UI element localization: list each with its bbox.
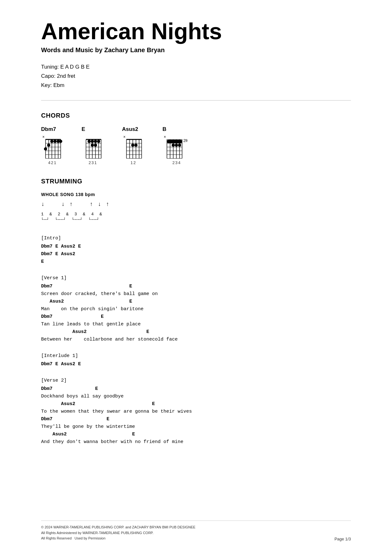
v1-lyrics-2: Man on the porch singin' baritone: [41, 305, 351, 313]
footer-copyright: © 2024 WARNER-TAMERLANE PUBLISHING CORP.…: [41, 525, 195, 541]
v2-chords-3: Dbm7 E: [41, 416, 351, 423]
footer: © 2024 WARNER-TAMERLANE PUBLISHING CORP.…: [41, 520, 351, 541]
chord-dbm7-name: Dbm7: [41, 126, 56, 132]
v2-chords-2: Asus2 E: [41, 400, 351, 408]
svg-point-51: [134, 144, 138, 147]
svg-point-32: [91, 140, 94, 143]
interlude1-block: [Interlude 1] Dbm7 E Asus2 E: [41, 352, 351, 368]
svg-point-34: [97, 140, 100, 143]
v1-chords-4: Asus2 E: [41, 328, 351, 336]
verse1-tag: [Verse 1]: [41, 274, 351, 282]
chord-b: B × 2fr 234: [162, 126, 191, 165]
page-title: American Nights: [41, 19, 351, 44]
svg-point-69: [178, 144, 181, 147]
chord-asus2: Asus2 × 12: [122, 126, 145, 165]
v1-chords-2: Asus2 E: [41, 298, 351, 305]
svg-point-14: [53, 140, 57, 143]
strum-arrows: ↓ ↓ ↑ ↑ ↓ ↑: [41, 200, 351, 209]
v2-lyrics-4: And they don't wanna bother with no frie…: [41, 438, 351, 446]
whole-song-label: WHOLE SONG 138 bpm: [41, 192, 351, 197]
chord-b-fingers: 234: [172, 160, 181, 165]
interlude1-chords: Dbm7 E Asus2 E: [41, 360, 351, 368]
verse2-block: [Verse 2] Dbm7 E Dockhand boys all say g…: [41, 377, 351, 446]
svg-point-33: [94, 140, 97, 143]
svg-text:×: ×: [123, 135, 126, 139]
svg-point-16: [59, 140, 62, 143]
strum-beats: 1 & 2 & 3 & 4 &: [41, 211, 351, 218]
chord-b-name: B: [162, 126, 166, 132]
chord-asus2-diagram: ×: [122, 134, 145, 160]
meta-info: Tuning: E A D G B E Capo: 2nd fret Key: …: [41, 63, 351, 90]
v2-chords-4: Asus2 E: [41, 431, 351, 438]
v1-chords-1: Dbm7 E: [41, 283, 351, 290]
chord-dbm7-diagram: ×: [41, 134, 64, 160]
svg-point-36: [94, 144, 97, 147]
intro-tag: [Intro]: [41, 235, 351, 242]
v1-lyrics-3: Tan line leads to that gentle place: [41, 321, 351, 328]
chord-e-name: E: [82, 126, 85, 132]
chord-dbm7: Dbm7 ×: [41, 126, 64, 165]
strum-brackets: └─┘ └──┘ └──┘ └──┘: [41, 217, 351, 222]
tuning: Tuning: E A D G B E: [41, 63, 351, 72]
v2-lyrics-2: To the women that they swear are gonna b…: [41, 408, 351, 416]
chord-e-diagram: [82, 134, 104, 160]
svg-text:×: ×: [42, 135, 45, 139]
svg-point-13: [50, 140, 53, 143]
svg-text:2fr: 2fr: [183, 138, 188, 143]
svg-point-35: [91, 144, 94, 147]
chord-e-fingers: 231: [89, 160, 97, 165]
svg-point-17: [47, 144, 50, 147]
bpm-label: 138 bpm: [76, 192, 95, 197]
intro-chords-3: E: [41, 258, 351, 266]
key: Key: Ebm: [41, 81, 351, 90]
svg-point-67: [172, 144, 175, 147]
subtitle: Words and Music by Zachary Lane Bryan: [41, 46, 351, 54]
intro-block: [Intro] Dbm7 E Asus2 E Dbm7 E Asus2 E: [41, 235, 351, 266]
v1-lyrics-1: Screen door cracked, there's ball game o…: [41, 290, 351, 298]
v1-chords-3: Dbm7 E: [41, 313, 351, 321]
chord-e: E 231: [82, 126, 104, 165]
svg-point-18: [44, 147, 47, 151]
svg-point-68: [175, 144, 178, 147]
chord-asus2-name: Asus2: [122, 126, 138, 132]
verse2-tag: [Verse 2]: [41, 377, 351, 385]
svg-text:×: ×: [164, 135, 166, 139]
v2-chords-1: Dbm7 E: [41, 385, 351, 393]
divider: [41, 100, 351, 101]
strumming-section: STRUMMING WHOLE SONG 138 bpm ↓ ↓ ↑ ↑ ↓ ↑…: [41, 178, 351, 222]
chords-section-title: CHORDS: [41, 112, 351, 119]
chords-row: Dbm7 ×: [41, 126, 351, 165]
song-content: [Intro] Dbm7 E Asus2 E Dbm7 E Asus2 E [V…: [41, 235, 351, 446]
footer-page: Page 1/3: [334, 537, 351, 541]
intro-chords-2: Dbm7 E Asus2: [41, 250, 351, 258]
v2-lyrics-3: They'll be gone by the wintertime: [41, 423, 351, 431]
v2-lyrics-1: Dockhand boys all say goodbye: [41, 393, 351, 400]
svg-point-31: [88, 140, 91, 143]
strumming-title: STRUMMING: [41, 178, 351, 185]
intro-chords-1: Dbm7 E Asus2 E: [41, 243, 351, 250]
capo: Capo: 2nd fret: [41, 72, 351, 81]
chord-b-diagram: × 2fr: [162, 134, 191, 160]
v1-lyrics-4: Between her collarbone and her stonecold…: [41, 336, 351, 343]
svg-point-50: [131, 144, 134, 147]
verse1-block: [Verse 1] Dbm7 E Screen door cracked, th…: [41, 274, 351, 343]
svg-rect-66: [167, 140, 182, 143]
interlude1-tag: [Interlude 1]: [41, 352, 351, 360]
chord-asus2-fingers: 12: [131, 160, 136, 165]
chord-dbm7-fingers: 421: [48, 160, 57, 165]
